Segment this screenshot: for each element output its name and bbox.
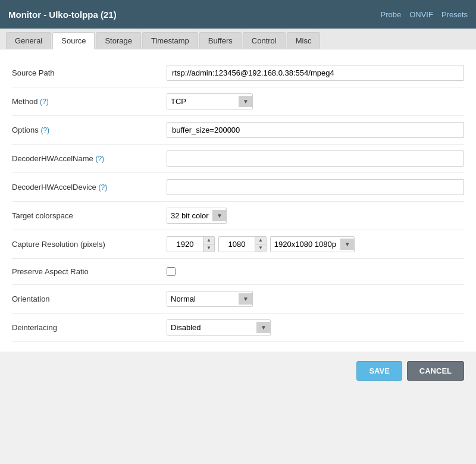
capture-resolution-label: Capture Resolution (pixels)	[12, 240, 167, 249]
capture-width-spinner-btns: ▲ ▼	[203, 237, 214, 252]
deinterlacing-row: Deinterlacing Disabled Enabled ▼	[12, 313, 464, 342]
form-content: Source Path Method (?) TCP UDP UDP_MULTI…	[0, 49, 476, 352]
target-colorspace-row: Target colorspace 32 bit color 24 bit co…	[12, 202, 464, 230]
onvif-link[interactable]: ONVIF	[409, 10, 433, 19]
method-control: TCP UDP UDP_MULTICAST HTTP ▼	[167, 93, 464, 109]
capture-width-spinner: ▲ ▼	[167, 236, 215, 252]
capture-width-input[interactable]	[167, 237, 203, 252]
method-select[interactable]: TCP UDP UDP_MULTICAST HTTP	[167, 94, 239, 109]
decoder-hw-accel-name-control	[167, 151, 464, 167]
method-select-wrapper: TCP UDP UDP_MULTICAST HTTP ▼	[167, 93, 253, 109]
orientation-select-wrapper: Normal Rotate 90 Rotate 180 Rotate 270 ▼	[167, 291, 253, 307]
target-colorspace-control: 32 bit color 24 bit color 8 bit gray ▼	[167, 208, 464, 224]
presets-link[interactable]: Presets	[441, 10, 468, 19]
capture-height-spinner-btns: ▲ ▼	[255, 237, 266, 252]
capture-preset-arrow: ▼	[340, 239, 354, 250]
decoder-hw-accel-device-label: DecoderHWAccelDevice (?)	[12, 183, 167, 192]
orientation-label: Orientation	[12, 294, 167, 303]
target-colorspace-arrow: ▼	[212, 210, 226, 221]
options-input[interactable]	[167, 122, 464, 138]
deinterlacing-label: Deinterlacing	[12, 323, 167, 332]
options-row: Options (?)	[12, 116, 464, 145]
target-colorspace-label: Target colorspace	[12, 211, 167, 220]
deinterlacing-select[interactable]: Disabled Enabled	[167, 320, 256, 335]
probe-link[interactable]: Probe	[380, 10, 401, 19]
capture-height-input[interactable]	[219, 237, 255, 252]
method-row: Method (?) TCP UDP UDP_MULTICAST HTTP ▼	[12, 87, 464, 116]
preserve-aspect-ratio-checkbox[interactable]	[167, 267, 176, 276]
header: Monitor - Ulko-tolppa (21) Probe ONVIF P…	[0, 0, 476, 29]
header-nav: Probe ONVIF Presets	[380, 10, 468, 19]
decoder-hw-accel-name-help[interactable]: (?)	[95, 155, 104, 163]
preserve-aspect-ratio-control	[167, 267, 464, 276]
tab-general[interactable]: General	[6, 32, 51, 49]
capture-width-up[interactable]: ▲	[203, 237, 214, 244]
decoder-hw-accel-device-input[interactable]	[167, 179, 464, 195]
tab-control[interactable]: Control	[243, 32, 286, 49]
decoder-hw-accel-device-help[interactable]: (?)	[98, 183, 107, 192]
options-label: Options (?)	[12, 126, 167, 134]
tab-buffers[interactable]: Buffers	[199, 32, 242, 49]
page-title: Monitor - Ulko-tolppa (21)	[8, 10, 117, 20]
tab-misc[interactable]: Misc	[287, 32, 321, 49]
source-path-label: Source Path	[12, 68, 167, 77]
deinterlacing-arrow: ▼	[256, 322, 270, 333]
capture-resolution-control: ▲ ▼ ▲ ▼ 1920x1080 1080p 1280x720 720p 64…	[167, 236, 464, 252]
preserve-aspect-ratio-row: Preserve Aspect Ratio	[12, 259, 464, 285]
decoder-hw-accel-name-row: DecoderHWAccelName (?)	[12, 145, 464, 173]
orientation-row: Orientation Normal Rotate 90 Rotate 180 …	[12, 285, 464, 313]
source-path-control	[167, 65, 464, 81]
deinterlacing-select-wrapper: Disabled Enabled ▼	[167, 319, 271, 336]
tab-storage[interactable]: Storage	[96, 32, 141, 49]
capture-width-down[interactable]: ▼	[203, 244, 214, 252]
buttons-row: SAVE CANCEL	[0, 352, 476, 381]
source-path-input[interactable]	[167, 65, 464, 81]
orientation-control: Normal Rotate 90 Rotate 180 Rotate 270 ▼	[167, 291, 464, 307]
capture-height-down[interactable]: ▼	[255, 244, 266, 252]
save-button[interactable]: SAVE	[356, 361, 402, 381]
capture-preset-select[interactable]: 1920x1080 1080p 1280x720 720p 640x480 48…	[271, 237, 340, 252]
target-colorspace-select[interactable]: 32 bit color 24 bit color 8 bit gray	[167, 208, 212, 223]
preserve-aspect-ratio-label: Preserve Aspect Ratio	[12, 267, 167, 276]
options-control	[167, 122, 464, 138]
capture-resolution-row: Capture Resolution (pixels) ▲ ▼ ▲ ▼ 1920…	[12, 230, 464, 259]
method-help[interactable]: (?)	[40, 98, 49, 106]
decoder-hw-accel-name-input[interactable]	[167, 151, 464, 167]
tabs-bar: General Source Storage Timestamp Buffers…	[0, 29, 476, 49]
decoder-hw-accel-device-row: DecoderHWAccelDevice (?)	[12, 173, 464, 202]
orientation-select[interactable]: Normal Rotate 90 Rotate 180 Rotate 270	[167, 291, 239, 306]
decoder-hw-accel-name-label: DecoderHWAccelName (?)	[12, 154, 167, 163]
capture-height-up[interactable]: ▲	[255, 237, 266, 244]
capture-height-spinner: ▲ ▼	[218, 236, 267, 252]
capture-preset-select-wrapper: 1920x1080 1080p 1280x720 720p 640x480 48…	[270, 236, 355, 252]
orientation-arrow: ▼	[239, 293, 252, 305]
options-help[interactable]: (?)	[40, 126, 49, 134]
deinterlacing-control: Disabled Enabled ▼	[167, 319, 464, 336]
method-label: Method (?)	[12, 97, 167, 106]
tab-timestamp[interactable]: Timestamp	[142, 32, 198, 49]
decoder-hw-accel-device-control	[167, 179, 464, 195]
cancel-button[interactable]: CANCEL	[407, 361, 464, 381]
tab-source[interactable]: Source	[52, 32, 95, 49]
method-select-arrow: ▼	[239, 96, 252, 107]
source-path-row: Source Path	[12, 59, 464, 87]
target-colorspace-select-wrapper: 32 bit color 24 bit color 8 bit gray ▼	[167, 208, 227, 224]
